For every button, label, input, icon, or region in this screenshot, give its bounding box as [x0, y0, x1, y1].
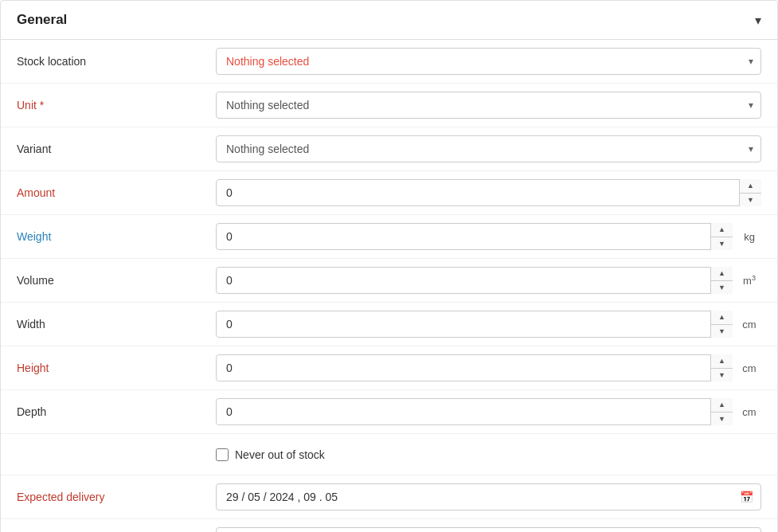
expected-delivery-input-wrapper: 📅	[216, 483, 761, 510]
expected-delivery-control: 📅	[216, 483, 761, 510]
height-unit: cm	[737, 362, 761, 374]
never-out-of-stock-checkbox[interactable]	[216, 448, 229, 461]
stock-location-control: Nothing selected ▾	[216, 48, 761, 75]
depth-unit: cm	[737, 406, 761, 418]
volume-control: ▲ ▼ m3	[216, 267, 761, 294]
width-label: Width	[17, 318, 216, 331]
width-input-wrapper: ▲ ▼	[216, 311, 733, 338]
depth-increment-button[interactable]: ▲	[711, 398, 733, 413]
variant-label: Variant	[17, 143, 216, 155]
depth-input-wrapper: ▲ ▼	[216, 398, 733, 425]
description-control	[216, 527, 761, 532]
height-control: ▲ ▼ cm	[216, 354, 761, 381]
volume-increment-button[interactable]: ▲	[711, 267, 733, 281]
width-row: Width ▲ ▼ cm	[1, 303, 777, 346]
weight-row: Weight ▲ ▼ kg	[1, 215, 777, 259]
unit-label: Unit *	[17, 99, 216, 111]
amount-control: ▲ ▼	[216, 179, 761, 206]
depth-control: ▲ ▼ cm	[216, 398, 761, 425]
height-row: Height ▲ ▼ cm	[1, 346, 777, 390]
width-increment-button[interactable]: ▲	[711, 311, 733, 325]
stock-location-select[interactable]: Nothing selected	[216, 48, 761, 75]
volume-row: Volume ▲ ▼ m3	[1, 259, 777, 303]
unit-select[interactable]: Nothing selected	[216, 92, 761, 119]
weight-input-wrapper: ▲ ▼	[216, 223, 733, 250]
amount-label: Amount	[17, 186, 216, 199]
stock-location-label: Stock location	[17, 55, 216, 68]
variant-select-wrapper: Nothing selected ▾	[216, 135, 761, 162]
chevron-down-icon[interactable]: ▾	[755, 13, 761, 28]
depth-input[interactable]	[216, 398, 733, 425]
weight-label: Weight	[17, 230, 216, 243]
amount-increment-button[interactable]: ▲	[740, 179, 761, 194]
height-increment-button[interactable]: ▲	[711, 354, 733, 369]
description-row: Description	[1, 519, 777, 532]
page-container: General ▾ Stock location Nothing selecte…	[0, 0, 778, 532]
never-out-of-stock-row: Never out of stock	[1, 434, 777, 475]
volume-spinner: ▲ ▼	[710, 267, 733, 294]
stock-location-row: Stock location Nothing selected ▾	[1, 40, 777, 84]
height-input-wrapper: ▲ ▼	[216, 354, 733, 381]
volume-input[interactable]	[216, 267, 733, 294]
variant-row: Variant Nothing selected ▾	[1, 127, 777, 171]
never-out-of-stock-label[interactable]: Never out of stock	[235, 448, 325, 461]
width-control: ▲ ▼ cm	[216, 311, 761, 338]
stock-location-select-wrapper: Nothing selected ▾	[216, 48, 761, 75]
weight-unit: kg	[737, 231, 761, 243]
unit-control: Nothing selected ▾	[216, 92, 761, 119]
description-input[interactable]	[216, 527, 761, 532]
width-spinner: ▲ ▼	[710, 311, 733, 338]
weight-increment-button[interactable]: ▲	[711, 223, 733, 237]
amount-input-wrapper: ▲ ▼	[216, 179, 761, 206]
amount-input[interactable]	[216, 179, 761, 206]
volume-label: Volume	[17, 274, 216, 287]
volume-unit: m3	[737, 274, 761, 287]
height-label: Height	[17, 362, 216, 374]
unit-select-wrapper: Nothing selected ▾	[216, 92, 761, 119]
width-decrement-button[interactable]: ▼	[711, 325, 733, 338]
height-input[interactable]	[216, 354, 733, 381]
depth-spinner: ▲ ▼	[710, 398, 733, 425]
never-out-of-stock-wrapper: Never out of stock	[216, 448, 325, 461]
height-decrement-button[interactable]: ▼	[711, 369, 733, 382]
section-title: General	[17, 12, 67, 28]
variant-select[interactable]: Nothing selected	[216, 135, 761, 162]
expected-delivery-label: Expected delivery	[17, 491, 216, 503]
depth-label: Depth	[17, 405, 216, 418]
section-header: General ▾	[1, 1, 777, 40]
weight-spinner: ▲ ▼	[710, 223, 733, 250]
amount-decrement-button[interactable]: ▼	[740, 194, 761, 207]
depth-decrement-button[interactable]: ▼	[711, 413, 733, 426]
weight-decrement-button[interactable]: ▼	[711, 237, 733, 251]
general-section: General ▾ Stock location Nothing selecte…	[0, 0, 778, 532]
expected-delivery-input[interactable]	[216, 483, 761, 510]
width-unit: cm	[737, 319, 761, 331]
expected-delivery-row: Expected delivery 📅	[1, 475, 777, 519]
amount-row: Amount ▲ ▼	[1, 171, 777, 215]
width-input[interactable]	[216, 311, 733, 338]
amount-spinner: ▲ ▼	[739, 179, 761, 206]
volume-input-wrapper: ▲ ▼	[216, 267, 733, 294]
depth-row: Depth ▲ ▼ cm	[1, 390, 777, 434]
weight-control: ▲ ▼ kg	[216, 223, 761, 250]
volume-decrement-button[interactable]: ▼	[711, 281, 733, 295]
variant-control: Nothing selected ▾	[216, 135, 761, 162]
height-spinner: ▲ ▼	[710, 354, 733, 381]
unit-row: Unit * Nothing selected ▾	[1, 84, 777, 127]
weight-input[interactable]	[216, 223, 733, 250]
